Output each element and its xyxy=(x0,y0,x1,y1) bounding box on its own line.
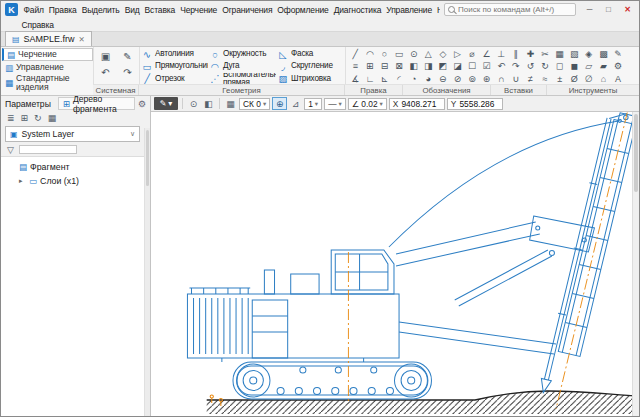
panel-toolbar-icon[interactable]: ▦ xyxy=(48,113,57,123)
geometry-tool-button[interactable]: ◠Дуга xyxy=(208,60,276,72)
ribbon-tool-icon[interactable]: ✂ xyxy=(538,48,553,60)
ribbon-tool-icon[interactable]: ▷ xyxy=(450,48,465,60)
expander-icon[interactable]: ▸ xyxy=(19,177,26,185)
geometry-tool-button[interactable]: ∿Автолиния xyxy=(140,48,208,60)
menu-item[interactable]: Файл xyxy=(21,3,46,17)
minimize-button[interactable]: ─ xyxy=(580,2,599,17)
canvas-scrollbar[interactable] xyxy=(632,112,639,416)
ribbon-tool-icon[interactable]: ☐ xyxy=(465,60,480,72)
menu-item[interactable]: Оформление xyxy=(275,3,331,17)
ribbon-tool-icon[interactable]: ▭ xyxy=(392,48,407,60)
circle-tool-icon[interactable]: ⊙ xyxy=(187,99,200,109)
menu-item[interactable]: Черчение xyxy=(178,3,220,17)
ortho-toggle-icon[interactable]: ⊿ xyxy=(289,99,302,109)
maximize-button[interactable]: □ xyxy=(599,2,618,17)
geometry-tool-button[interactable]: ◺Фаска xyxy=(276,48,344,60)
ribbon-tool-icon[interactable]: ↺ xyxy=(523,60,538,72)
command-search[interactable] xyxy=(444,3,576,16)
ribbon-tool-icon[interactable]: ☑ xyxy=(479,60,494,72)
panel-scrollbar[interactable] xyxy=(144,128,150,416)
ribbon-tool-icon[interactable]: ⚙ xyxy=(611,60,626,72)
filter-icon[interactable]: ▽ xyxy=(7,145,14,155)
menu-item[interactable]: Ограничения xyxy=(220,3,275,17)
ribbon-tool-icon[interactable]: ▰ xyxy=(596,60,611,72)
system-tool-icon[interactable]: ↷ xyxy=(117,65,138,80)
ribbon-tool-icon[interactable]: ≡ xyxy=(348,60,363,72)
menu-item[interactable]: Диагностика xyxy=(331,3,384,17)
system-tool-icon[interactable]: ↶ xyxy=(95,65,116,80)
tree-item[interactable]: ▸▭Слои (x1) xyxy=(1,174,144,188)
panel-toolbar-icon[interactable]: ↻ xyxy=(34,113,42,123)
tree-item[interactable]: ▤Фрагмент xyxy=(1,160,144,174)
ribbon-mode-tab[interactable]: ▦Стандартные изделия xyxy=(2,74,93,92)
geometry-tool-button[interactable]: ○Окружность xyxy=(208,48,276,60)
ribbon-tool-icon[interactable]: ⌀ xyxy=(465,48,480,60)
layer-selector[interactable]: ▣ System Layer ∨ xyxy=(5,126,140,142)
y-coordinate-field[interactable]: Y 5558.286 xyxy=(447,98,503,110)
ribbon-tool-icon[interactable]: ✎ xyxy=(611,48,626,60)
menu-item[interactable]: Вставка xyxy=(142,3,178,17)
panel-toolbar-icon[interactable]: ⊞ xyxy=(21,113,29,123)
geometry-tool-button[interactable]: ◞Скругление xyxy=(276,60,344,72)
scrollbar-thumb[interactable] xyxy=(146,130,149,186)
ribbon-tool-icon[interactable]: ▱ xyxy=(582,60,597,72)
system-tool-icon[interactable]: ▣ xyxy=(95,49,116,64)
snap-toggle[interactable]: ⊕ xyxy=(272,97,287,110)
boom-linkage[interactable] xyxy=(396,216,594,354)
system-tool-icon[interactable]: ✎ xyxy=(117,49,138,64)
machine-body[interactable] xyxy=(187,270,399,362)
search-input[interactable] xyxy=(455,5,572,14)
coordinate-system-select[interactable]: СК 0 ▾ xyxy=(239,98,270,110)
ribbon-tool-icon[interactable]: ∥ xyxy=(509,48,524,60)
menu-item[interactable]: Управление xyxy=(384,3,435,17)
ribbon-tool-icon[interactable]: ◇ xyxy=(436,48,451,60)
ribbon-tool-icon[interactable]: ∠ xyxy=(479,48,494,60)
ground-hatch[interactable] xyxy=(207,391,639,414)
ribbon-tool-icon[interactable]: ◈ xyxy=(582,48,597,60)
ribbon-tool-icon[interactable]: ⊞ xyxy=(363,60,378,72)
gear-icon[interactable]: ⚙ xyxy=(138,99,146,109)
ribbon-tool-icon[interactable]: ⊟ xyxy=(377,60,392,72)
ribbon-tool-icon[interactable]: ▦ xyxy=(552,48,567,60)
crawler-track[interactable] xyxy=(233,362,431,399)
scrollbar-thumb[interactable] xyxy=(634,114,638,192)
ribbon-mode-tab[interactable]: ▤Черчение xyxy=(2,48,93,61)
menu-item[interactable]: Справка xyxy=(19,18,56,32)
ribbon-tool-icon[interactable]: ⊥ xyxy=(494,48,509,60)
tab-close-icon[interactable]: ✕ xyxy=(79,35,85,44)
ribbon-tool-icon[interactable]: ↶ xyxy=(494,60,509,72)
ribbon-tool-icon[interactable]: ◼ xyxy=(567,60,582,72)
ribbon-tool-icon[interactable]: ✚ xyxy=(523,48,538,60)
ribbon-tool-icon[interactable]: ↷ xyxy=(509,60,524,72)
angle-snap-field[interactable]: ∠ 0.02 ▾ xyxy=(348,98,387,110)
ribbon-tool-icon[interactable]: ▩ xyxy=(596,48,611,60)
close-button[interactable]: ✕ xyxy=(618,2,637,17)
document-tab[interactable]: ▤ SAMPLE.frw ✕ xyxy=(5,31,92,46)
filter-input[interactable] xyxy=(19,145,77,154)
menu-item[interactable]: Правка xyxy=(46,3,79,17)
parameters-panel-tab[interactable]: Параметры xyxy=(5,99,51,109)
ribbon-tool-icon[interactable]: ╱ xyxy=(348,48,363,60)
menu-item[interactable]: Настройка xyxy=(435,3,440,17)
x-coordinate-field[interactable]: X 9408.271 xyxy=(389,98,445,110)
drill-rig-drawing[interactable] xyxy=(151,112,639,416)
grid-toggle-icon[interactable]: ▦ xyxy=(224,99,237,109)
ribbon-tool-icon[interactable]: ◧ xyxy=(406,60,421,72)
fragment-tree-tab[interactable]: ⊞ Дерево фрагмента xyxy=(58,97,135,110)
drawing-canvas[interactable] xyxy=(151,112,639,416)
line-style-select[interactable]: 1 ▾ xyxy=(304,98,322,110)
operator-cab[interactable] xyxy=(331,250,394,294)
ribbon-tool-icon[interactable]: ▧ xyxy=(567,48,582,60)
line-weight-select[interactable]: ― ▾ xyxy=(324,98,346,110)
ribbon-tool-icon[interactable]: ⊠ xyxy=(392,60,407,72)
menu-item[interactable]: Вид xyxy=(122,3,142,17)
ribbon-tool-icon[interactable]: ◩ xyxy=(436,60,451,72)
drill-mast[interactable] xyxy=(389,113,636,357)
menu-item[interactable]: Выделить xyxy=(79,3,122,17)
ribbon-tool-icon[interactable]: ◻ xyxy=(552,60,567,72)
ribbon-tool-icon[interactable]: ◨ xyxy=(421,60,436,72)
ribbon-tool-icon[interactable]: △ xyxy=(421,48,436,60)
ribbon-tool-icon[interactable]: ◪ xyxy=(450,60,465,72)
ribbon-tool-icon[interactable]: ◠ xyxy=(363,48,378,60)
ribbon-tool-icon[interactable]: ↻ xyxy=(538,60,553,72)
